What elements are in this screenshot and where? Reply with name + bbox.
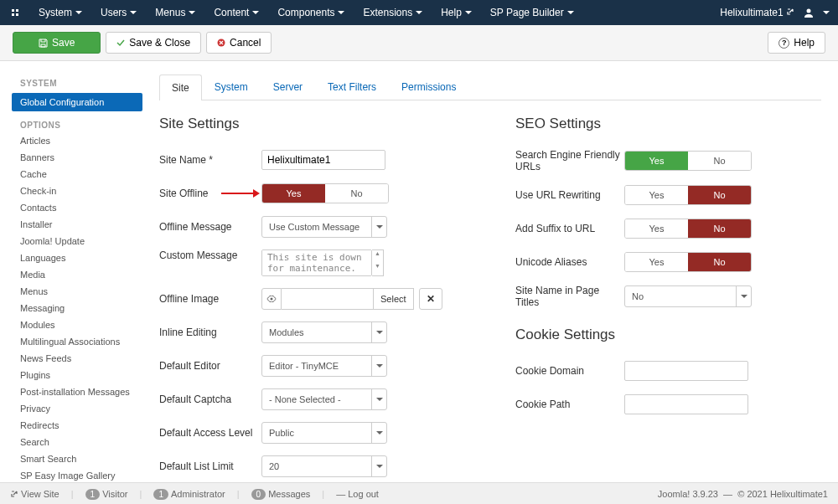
sidebar-item[interactable]: Search — [12, 434, 142, 450]
input-cookie-path[interactable] — [624, 394, 748, 414]
toggle-no[interactable]: No — [688, 219, 751, 238]
chevron-down-icon — [371, 322, 386, 342]
input-site-name[interactable] — [261, 150, 385, 170]
user-icon[interactable] — [803, 7, 815, 18]
chevron-down-icon — [371, 217, 386, 237]
select-default-access[interactable]: Public — [261, 422, 387, 444]
tab-text-filters[interactable]: Text Filters — [315, 74, 389, 100]
menu-content[interactable]: Content — [205, 1, 267, 24]
textarea-up-icon[interactable]: ▲ — [372, 250, 383, 263]
sidebar-item[interactable]: Messaging — [12, 300, 142, 316]
footer-messages[interactable]: 0Messages — [251, 489, 311, 499]
toggle-sef[interactable]: YesNo — [624, 151, 752, 171]
toggle-yes[interactable]: Yes — [625, 253, 688, 271]
sidebar-item[interactable]: Plugins — [12, 367, 142, 383]
toggle-no[interactable]: No — [688, 253, 751, 271]
toggle-yes[interactable]: Yes — [625, 152, 688, 170]
sidebar-heading-options: OPTIONS — [12, 118, 142, 132]
toggle-rewrite[interactable]: YesNo — [624, 185, 752, 205]
toggle-yes[interactable]: Yes — [625, 186, 688, 204]
sidebar-item[interactable]: Privacy — [12, 400, 142, 417]
save-close-button[interactable]: Save & Close — [106, 32, 201, 54]
tab-server[interactable]: Server — [261, 74, 315, 100]
sidebar-item[interactable]: Redirects — [12, 417, 142, 434]
input-offline-image-path[interactable] — [282, 288, 374, 310]
select-default-list[interactable]: 20 — [261, 455, 387, 477]
sidebar-item[interactable]: Menus — [12, 283, 142, 300]
tab-system[interactable]: System — [202, 74, 261, 100]
input-cookie-domain[interactable] — [624, 361, 748, 381]
save-button[interactable]: Save — [13, 32, 101, 54]
tabs: Site System Server Text Filters Permissi… — [159, 74, 821, 100]
sidebar-item[interactable]: Banners — [12, 149, 142, 166]
label-site-offline: Site Offline — [159, 188, 220, 199]
tab-permissions[interactable]: Permissions — [389, 74, 468, 100]
toggle-no[interactable]: No — [688, 186, 751, 204]
toggle-unicode[interactable]: YesNo — [624, 252, 752, 272]
select-default-captcha[interactable]: - None Selected - — [261, 388, 387, 410]
sidebar-item[interactable]: Smart Search — [12, 450, 142, 467]
footer-admins[interactable]: 1Administrator — [153, 489, 225, 499]
sidebar-item[interactable]: Cache — [12, 166, 142, 183]
toggle-site-offline[interactable]: Yes No — [261, 183, 389, 203]
menu-help[interactable]: Help — [432, 1, 480, 24]
sidebar-item[interactable]: Post-installation Messages — [12, 383, 142, 400]
sidebar-item[interactable]: Languages — [12, 249, 142, 266]
cancel-icon — [217, 39, 225, 47]
sidebar-item[interactable]: Joomla! Update — [12, 233, 142, 249]
menu-sp-page-builder[interactable]: SP Page Builder — [482, 1, 582, 24]
site-link[interactable]: Helixultimate1 — [720, 7, 794, 18]
preview-eye-icon[interactable] — [261, 288, 282, 310]
toggle-no[interactable]: No — [688, 152, 751, 170]
toggle-yes[interactable]: Yes — [625, 219, 688, 238]
select-offline-message[interactable]: Use Custom Message — [261, 216, 387, 238]
textarea-custom-message[interactable]: This site is down for maintenance.<br />… — [261, 249, 372, 276]
tab-site[interactable]: Site — [159, 75, 202, 100]
user-menu-caret[interactable] — [823, 11, 830, 14]
footer-visitors[interactable]: 1Visitor — [85, 489, 128, 499]
menu-menus[interactable]: Menus — [147, 1, 204, 24]
cancel-button[interactable]: Cancel — [206, 32, 272, 54]
sidebar-item[interactable]: Contacts — [12, 199, 142, 216]
chevron-down-icon — [371, 389, 386, 409]
footer-logout[interactable]: — Log out — [336, 489, 379, 499]
topnav: System Users Menus Content Components Ex… — [0, 0, 838, 25]
label-cookie-domain: Cookie Domain — [515, 365, 624, 377]
toggle-no[interactable]: No — [325, 184, 388, 203]
sidebar-item[interactable]: Multilingual Associations — [12, 333, 142, 350]
topnav-menu: System Users Menus Content Components Ex… — [30, 1, 582, 24]
select-default-editor[interactable]: Editor - TinyMCE — [261, 355, 387, 377]
sidebar-item[interactable]: Articles — [12, 132, 142, 149]
menu-extensions[interactable]: Extensions — [354, 1, 431, 24]
footer-copyright: © 2021 Helixultimate1 — [737, 489, 828, 499]
select-site-in-title[interactable]: No — [624, 285, 752, 307]
seo-settings-heading: SEO Settings — [515, 116, 821, 132]
toggle-suffix[interactable]: YesNo — [624, 219, 752, 239]
sidebar-item[interactable]: News Feeds — [12, 350, 142, 367]
select-inline-editing[interactable]: Modules — [261, 321, 387, 343]
chevron-down-icon — [371, 456, 386, 476]
label-site-in-title: Site Name in Page Titles — [515, 285, 624, 308]
sidebar-item[interactable]: Media — [12, 266, 142, 283]
menu-users[interactable]: Users — [92, 1, 145, 24]
label-default-editor: Default Editor — [159, 360, 261, 372]
sidebar-item[interactable]: Modules — [12, 316, 142, 333]
sidebar-item[interactable]: Check-in — [12, 183, 142, 199]
sidebar-item-global-config[interactable]: Global Configuration — [12, 93, 142, 111]
menu-components[interactable]: Components — [269, 1, 353, 24]
toggle-yes[interactable]: Yes — [262, 184, 325, 203]
select-image-button[interactable]: Select — [374, 288, 414, 310]
save-icon — [39, 39, 48, 48]
sidebar-item[interactable]: Installer — [12, 216, 142, 233]
chevron-down-icon — [371, 356, 386, 376]
textarea-down-icon[interactable]: ▼ — [372, 263, 383, 275]
clear-image-button[interactable]: ✕ — [419, 288, 442, 310]
footer-version: Joomla! 3.9.23 — [658, 489, 718, 499]
footer-view-site[interactable]: View Site — [10, 489, 59, 499]
svg-rect-0 — [8, 6, 22, 19]
seo-col: SEO Settings Search Engine Friendly URLs… — [515, 116, 821, 504]
help-button[interactable]: ? Help — [768, 32, 825, 54]
label-rewrite: Use URL Rewriting — [515, 189, 624, 201]
sidebar-item[interactable]: SP Easy Image Gallery — [12, 467, 142, 484]
menu-system[interactable]: System — [30, 1, 91, 24]
